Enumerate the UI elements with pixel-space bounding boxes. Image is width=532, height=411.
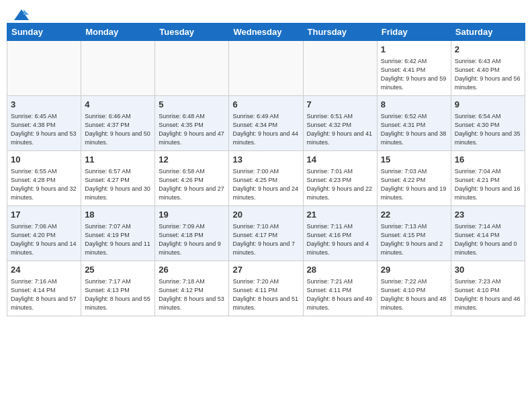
header-friday: Friday	[377, 24, 451, 41]
day-number: 3	[11, 99, 77, 111]
day-number: 6	[232, 99, 299, 111]
calendar-cell: 20Sunrise: 7:10 AM Sunset: 4:17 PM Dayli…	[229, 206, 303, 261]
calendar-cell: 6Sunrise: 6:49 AM Sunset: 4:34 PM Daylig…	[229, 96, 303, 151]
day-info: Sunrise: 7:09 AM Sunset: 4:18 PM Dayligh…	[159, 222, 225, 257]
calendar-cell	[7, 41, 81, 96]
calendar-cell: 11Sunrise: 6:57 AM Sunset: 4:27 PM Dayli…	[81, 151, 155, 206]
day-info: Sunrise: 6:45 AM Sunset: 4:38 PM Dayligh…	[11, 112, 77, 147]
day-info: Sunrise: 7:23 AM Sunset: 4:10 PM Dayligh…	[455, 277, 521, 312]
day-info: Sunrise: 7:20 AM Sunset: 4:11 PM Dayligh…	[232, 277, 299, 312]
calendar-cell: 16Sunrise: 7:04 AM Sunset: 4:21 PM Dayli…	[451, 151, 525, 206]
header-sunday: Sunday	[7, 24, 81, 41]
calendar-row: 10Sunrise: 6:55 AM Sunset: 4:28 PM Dayli…	[7, 151, 525, 206]
calendar-cell: 13Sunrise: 7:00 AM Sunset: 4:25 PM Dayli…	[229, 151, 303, 206]
day-info: Sunrise: 6:58 AM Sunset: 4:26 PM Dayligh…	[159, 167, 225, 202]
calendar-cell: 23Sunrise: 7:14 AM Sunset: 4:14 PM Dayli…	[451, 206, 525, 261]
day-number: 22	[381, 209, 447, 221]
calendar-table: SundayMondayTuesdayWednesdayThursdayFrid…	[7, 23, 525, 316]
day-number: 20	[232, 209, 299, 221]
calendar-cell: 21Sunrise: 7:11 AM Sunset: 4:16 PM Dayli…	[303, 206, 377, 261]
day-info: Sunrise: 7:16 AM Sunset: 4:14 PM Dayligh…	[11, 277, 77, 312]
day-number: 23	[455, 209, 521, 221]
calendar-row: 17Sunrise: 7:06 AM Sunset: 4:20 PM Dayli…	[7, 206, 525, 261]
svg-marker-1	[24, 9, 29, 15]
calendar-cell: 7Sunrise: 6:51 AM Sunset: 4:32 PM Daylig…	[303, 96, 377, 151]
calendar-cell: 3Sunrise: 6:45 AM Sunset: 4:38 PM Daylig…	[7, 96, 81, 151]
day-number: 1	[381, 44, 447, 56]
day-number: 27	[232, 264, 299, 276]
calendar-cell: 18Sunrise: 7:07 AM Sunset: 4:19 PM Dayli…	[81, 206, 155, 261]
day-number: 28	[307, 264, 373, 276]
calendar-cell: 8Sunrise: 6:52 AM Sunset: 4:31 PM Daylig…	[377, 96, 451, 151]
day-number: 11	[85, 154, 151, 166]
day-info: Sunrise: 7:14 AM Sunset: 4:14 PM Dayligh…	[455, 222, 521, 257]
day-number: 12	[159, 154, 225, 166]
calendar-cell	[303, 41, 377, 96]
calendar-container: SundayMondayTuesdayWednesdayThursdayFrid…	[0, 23, 532, 323]
day-number: 9	[455, 99, 521, 111]
logo	[13, 8, 30, 19]
day-number: 4	[85, 99, 151, 111]
day-info: Sunrise: 7:00 AM Sunset: 4:25 PM Dayligh…	[232, 167, 299, 202]
day-number: 8	[381, 99, 447, 111]
calendar-cell: 24Sunrise: 7:16 AM Sunset: 4:14 PM Dayli…	[7, 261, 81, 316]
day-info: Sunrise: 7:22 AM Sunset: 4:10 PM Dayligh…	[381, 277, 447, 312]
calendar-cell: 15Sunrise: 7:03 AM Sunset: 4:22 PM Dayli…	[377, 151, 451, 206]
calendar-cell: 22Sunrise: 7:13 AM Sunset: 4:15 PM Dayli…	[377, 206, 451, 261]
day-number: 14	[307, 154, 373, 166]
day-info: Sunrise: 7:21 AM Sunset: 4:11 PM Dayligh…	[307, 277, 373, 312]
day-info: Sunrise: 7:17 AM Sunset: 4:13 PM Dayligh…	[85, 277, 151, 312]
day-info: Sunrise: 7:07 AM Sunset: 4:19 PM Dayligh…	[85, 222, 151, 257]
day-number: 2	[455, 44, 521, 56]
day-info: Sunrise: 6:43 AM Sunset: 4:40 PM Dayligh…	[455, 57, 521, 92]
calendar-cell: 27Sunrise: 7:20 AM Sunset: 4:11 PM Dayli…	[229, 261, 303, 316]
day-info: Sunrise: 6:46 AM Sunset: 4:37 PM Dayligh…	[85, 112, 151, 147]
header-thursday: Thursday	[303, 24, 377, 41]
day-number: 24	[11, 264, 77, 276]
calendar-cell: 29Sunrise: 7:22 AM Sunset: 4:10 PM Dayli…	[377, 261, 451, 316]
calendar-cell: 1Sunrise: 6:42 AM Sunset: 4:41 PM Daylig…	[377, 41, 451, 96]
day-number: 18	[85, 209, 151, 221]
calendar-cell: 14Sunrise: 7:01 AM Sunset: 4:23 PM Dayli…	[303, 151, 377, 206]
calendar-cell: 5Sunrise: 6:48 AM Sunset: 4:35 PM Daylig…	[155, 96, 229, 151]
day-info: Sunrise: 6:52 AM Sunset: 4:31 PM Dayligh…	[381, 112, 447, 147]
calendar-cell: 10Sunrise: 6:55 AM Sunset: 4:28 PM Dayli…	[7, 151, 81, 206]
day-info: Sunrise: 7:11 AM Sunset: 4:16 PM Dayligh…	[307, 222, 373, 257]
day-info: Sunrise: 6:54 AM Sunset: 4:30 PM Dayligh…	[455, 112, 521, 147]
day-info: Sunrise: 6:55 AM Sunset: 4:28 PM Dayligh…	[11, 167, 77, 202]
day-info: Sunrise: 6:48 AM Sunset: 4:35 PM Dayligh…	[159, 112, 225, 147]
day-info: Sunrise: 6:51 AM Sunset: 4:32 PM Dayligh…	[307, 112, 373, 147]
calendar-cell: 9Sunrise: 6:54 AM Sunset: 4:30 PM Daylig…	[451, 96, 525, 151]
header-saturday: Saturday	[451, 24, 525, 41]
day-number: 29	[381, 264, 447, 276]
calendar-cell: 4Sunrise: 6:46 AM Sunset: 4:37 PM Daylig…	[81, 96, 155, 151]
day-info: Sunrise: 6:57 AM Sunset: 4:27 PM Dayligh…	[85, 167, 151, 202]
calendar-cell: 30Sunrise: 7:23 AM Sunset: 4:10 PM Dayli…	[451, 261, 525, 316]
day-info: Sunrise: 7:18 AM Sunset: 4:12 PM Dayligh…	[159, 277, 225, 312]
day-info: Sunrise: 6:42 AM Sunset: 4:41 PM Dayligh…	[381, 57, 447, 92]
day-number: 15	[381, 154, 447, 166]
day-info: Sunrise: 6:49 AM Sunset: 4:34 PM Dayligh…	[232, 112, 299, 147]
calendar-row: 3Sunrise: 6:45 AM Sunset: 4:38 PM Daylig…	[7, 96, 525, 151]
calendar-cell: 12Sunrise: 6:58 AM Sunset: 4:26 PM Dayli…	[155, 151, 229, 206]
calendar-cell	[155, 41, 229, 96]
day-info: Sunrise: 7:03 AM Sunset: 4:22 PM Dayligh…	[381, 167, 447, 202]
day-number: 21	[307, 209, 373, 221]
day-number: 17	[11, 209, 77, 221]
calendar-cell	[229, 41, 303, 96]
calendar-cell: 19Sunrise: 7:09 AM Sunset: 4:18 PM Dayli…	[155, 206, 229, 261]
day-number: 5	[159, 99, 225, 111]
calendar-cell: 26Sunrise: 7:18 AM Sunset: 4:12 PM Dayli…	[155, 261, 229, 316]
calendar-row: 24Sunrise: 7:16 AM Sunset: 4:14 PM Dayli…	[7, 261, 525, 316]
day-number: 30	[455, 264, 521, 276]
calendar-header-row: SundayMondayTuesdayWednesdayThursdayFrid…	[7, 24, 525, 41]
calendar-cell: 28Sunrise: 7:21 AM Sunset: 4:11 PM Dayli…	[303, 261, 377, 316]
day-info: Sunrise: 7:04 AM Sunset: 4:21 PM Dayligh…	[455, 167, 521, 202]
header-monday: Monday	[81, 24, 155, 41]
day-number: 25	[85, 264, 151, 276]
day-number: 26	[159, 264, 225, 276]
page-header	[0, 0, 532, 23]
day-number: 10	[11, 154, 77, 166]
calendar-cell: 17Sunrise: 7:06 AM Sunset: 4:20 PM Dayli…	[7, 206, 81, 261]
logo-icon	[14, 8, 29, 21]
